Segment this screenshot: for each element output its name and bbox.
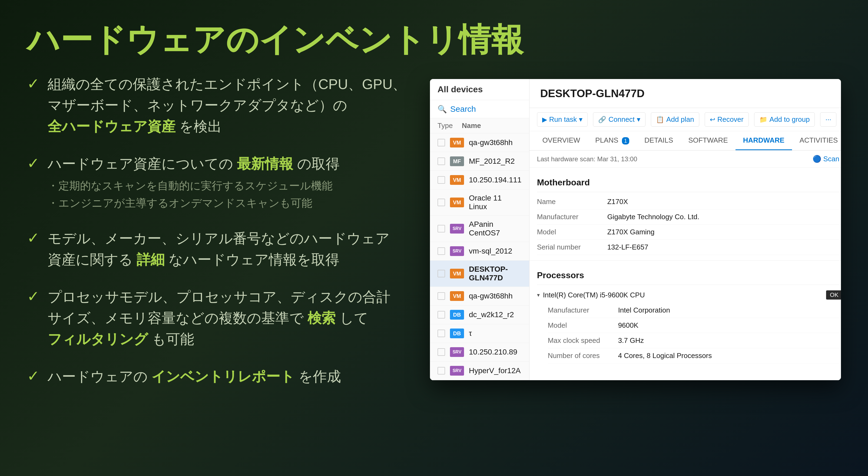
hw-label-serial: Serial number [537, 243, 607, 251]
bullet4-highlight1: 検索 [307, 310, 336, 326]
tab-plans[interactable]: PLANS 1 [588, 131, 637, 150]
check-icon-1: ✓ [27, 75, 39, 92]
search-icon: 🔍 [437, 105, 447, 114]
add-plan-label: Add plan [666, 115, 694, 124]
list-item[interactable]: SRV APanin CentOS7 [430, 216, 529, 242]
device-name: τ [469, 329, 472, 338]
scan-now-button[interactable]: 🔵 Scan now [812, 155, 841, 163]
tab-overview-label: OVERVIEW [542, 136, 580, 144]
proc-label-cores: Number of cores [548, 352, 618, 360]
bullet1-prefix: 組織の全ての保護されたエンドポイント（CPU、GPU、マザーボード、ネットワーク… [48, 76, 406, 113]
proc-row-cores: Number of cores 4 Cores, 8 Logical Proce… [548, 348, 841, 363]
proc-label-mfr: Manufacturer [548, 306, 618, 315]
proc-label-model: Model [548, 321, 618, 330]
check-icon-2: ✓ [27, 154, 39, 172]
tab-overview[interactable]: OVERVIEW [535, 131, 588, 150]
bullet-text-2: ハードウェア資産についての 最新情報 の取得 [48, 153, 340, 174]
bullet4-prefix: プロセッサモデル、プロセッサコア、ディスクの合計サイズ、メモリ容量などの複数の基… [48, 289, 391, 326]
connect-icon: 🔗 [598, 116, 606, 123]
device-checkbox[interactable] [437, 225, 445, 233]
proc-value-speed: 3.7 GHz [618, 336, 644, 345]
list-item[interactable]: DB τ [430, 324, 529, 343]
bullet3-suffix: なハードウェア情報を取得 [169, 252, 339, 267]
proc-value-mfr: Intel Corporation [618, 306, 670, 315]
tab-software-label: SOFTWARE [688, 136, 728, 144]
device-name: MF_2012_R2 [469, 157, 515, 166]
bullet-text-1: 組織の全ての保護されたエンドポイント（CPU、GPU、マザーボード、ネットワーク… [48, 73, 408, 137]
detail-title: DESKTOP-GLN477D [540, 87, 645, 99]
device-type-badge: VM [450, 269, 464, 278]
run-task-button[interactable]: ▶ Run task ▾ [537, 112, 588, 127]
proc-value-cores: 4 Cores, 8 Logical Processors [618, 352, 712, 360]
motherboard-header: Motherboard [537, 173, 841, 192]
processors-title: Processors [537, 270, 584, 280]
bullet1-suffix: を検出 [179, 119, 222, 134]
device-checkbox[interactable] [437, 292, 445, 300]
bullet5-suffix: を作成 [299, 368, 341, 384]
tab-hardware[interactable]: HARDWARE [736, 131, 792, 150]
tab-plans-label: PLANS [595, 136, 618, 144]
more-button[interactable]: ··· [820, 112, 836, 127]
device-checkbox[interactable] [437, 247, 445, 255]
device-checkbox[interactable] [437, 330, 445, 337]
run-task-label: Run task [549, 115, 577, 124]
device-type-badge: VM [450, 198, 464, 207]
proc-row-model: Model 9600K [548, 318, 841, 333]
list-item[interactable]: VM qa-gw3t68hh [430, 133, 529, 152]
detail-panel: DESKTOP-GLN477D ✕ ▶ Run task ▾ 🔗 [529, 79, 841, 380]
list-item[interactable]: SRV vm-sql_2012 [430, 242, 529, 261]
hw-row-name: Name Z170X [537, 194, 841, 209]
list-item[interactable]: SRV 10.250.210.89 [430, 343, 529, 361]
ui-window: All devices 🔍 Search Type Name VM [430, 79, 841, 380]
add-plan-button[interactable]: 📋 Add plan [651, 112, 699, 127]
bullet-item-2: ✓ ハードウェア資産についての 最新情報 の取得 ・定期的なスキャンを自動的に実… [27, 153, 408, 212]
hw-row-serial: Serial number 132-LF-E657 [537, 240, 841, 255]
device-checkbox[interactable] [437, 311, 445, 319]
hw-label-name: Name [537, 198, 607, 206]
list-item[interactable]: VM qa-gw3t68hh [430, 287, 529, 305]
close-button[interactable]: ✕ [837, 87, 841, 100]
device-type-badge: SRV [450, 246, 464, 256]
motherboard-section: Motherboard Name Z170X Manufacturer Giga… [529, 168, 841, 260]
processor-item[interactable]: ▾ Intel(R) Core(TM) i5-9600K CPU OK [537, 287, 841, 303]
proc-value-model: 9600K [618, 321, 639, 330]
recover-button[interactable]: ↩ Recover [705, 112, 749, 127]
list-item[interactable]: MF MF_2012_R2 [430, 152, 529, 171]
list-item[interactable]: VM DESKTOP-GLN477D [430, 261, 529, 287]
add-plan-icon: 📋 [656, 116, 664, 123]
col-name-header: Name [462, 121, 522, 130]
device-checkbox[interactable] [437, 367, 445, 375]
device-checkbox[interactable] [437, 270, 445, 277]
search-bar[interactable]: 🔍 Search [430, 100, 529, 118]
bullet-text-3: モデル、メーカー、シリアル番号などのハードウェア資産に関する 詳細 なハードウェ… [48, 228, 390, 270]
device-checkbox[interactable] [437, 348, 445, 356]
run-task-chevron: ▾ [579, 115, 583, 124]
proc-row-mfr: Manufacturer Intel Corporation [548, 303, 841, 318]
add-to-group-label: Add to group [770, 115, 810, 124]
connect-button[interactable]: 🔗 Connect ▾ [593, 112, 646, 127]
device-checkbox[interactable] [437, 176, 445, 184]
device-name: qa-gw3t68hh [469, 292, 513, 300]
bullet5-prefix: ハードウェアの [48, 368, 148, 384]
right-panel: All devices 🔍 Search Type Name VM [430, 73, 841, 454]
scan-info-bar: Last hardware scan: Mar 31, 13:00 🔵 Scan… [529, 150, 841, 168]
device-checkbox[interactable] [437, 139, 445, 146]
list-item[interactable]: VM 10.250.194.111 [430, 171, 529, 189]
processors-section: Processors ▾ Intel(R) Core(TM) i5-9600K … [529, 260, 841, 369]
device-checkbox[interactable] [437, 199, 445, 206]
search-label: Search [450, 105, 476, 114]
plans-badge: 1 [622, 137, 629, 145]
tab-software[interactable]: SOFTWARE [681, 131, 735, 150]
list-item[interactable]: DB dc_w2k12_r2 [430, 305, 529, 324]
list-item[interactable]: SRV HyperV_for12A [430, 361, 529, 380]
tab-details[interactable]: DETAILS [637, 131, 681, 150]
device-checkbox[interactable] [437, 157, 445, 165]
list-item[interactable]: VM Oracle 11 Linux [430, 189, 529, 216]
add-to-group-button[interactable]: 📁 Add to group [754, 112, 815, 127]
bullet-item-1: ✓ 組織の全ての保護されたエンドポイント（CPU、GPU、マザーボード、ネットワ… [27, 73, 408, 137]
hw-value-model: Z170X Gaming [607, 228, 655, 236]
device-name: APanin CentOS7 [469, 220, 522, 237]
main-container: ハードウェアのインベントリ情報 ✓ 組織の全ての保護されたエンドポイント（CPU… [0, 0, 868, 476]
tab-activities[interactable]: ACTIVITIES 5 [792, 131, 841, 150]
device-name: vm-sql_2012 [469, 247, 512, 256]
